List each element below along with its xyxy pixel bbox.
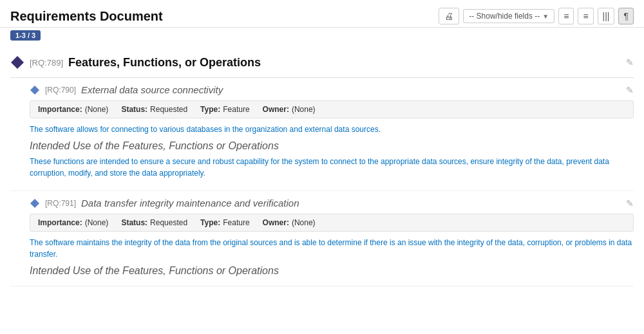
status-label: Status:: [121, 105, 147, 114]
svg-marker-0: [11, 56, 24, 69]
importance-value-2: (None): [85, 218, 109, 227]
top-req-edit-icon[interactable]: ✎: [626, 57, 634, 68]
top-requirement: [RQ:789] Features, Functions, or Operati…: [10, 45, 634, 78]
type-field-2: Type: Feature: [200, 218, 249, 227]
bullet-view-button[interactable]: ≡: [578, 8, 593, 24]
type-value: Feature: [223, 105, 249, 114]
sub-req-1-header: [RQ:790] External data source connectivi…: [30, 84, 634, 95]
header: Requirements Document 🖨 -- Show/hide fie…: [0, 0, 644, 28]
owner-field-2: Owner: (None): [263, 218, 316, 227]
pagination-badge: 1-3 / 3: [10, 30, 41, 41]
sub-req-1-description: The software allows for connecting to va…: [30, 124, 634, 135]
sub-req-2-id: [RQ:791]: [45, 199, 76, 208]
sub-req-1-name: External data source connectivity: [81, 84, 223, 95]
sub-req-1-fields-bar: Importance: (None) Status: Requested Typ…: [30, 100, 634, 118]
type-field: Type: Feature: [200, 105, 249, 114]
header-controls: 🖨 -- Show/hide fields -- ▼ ≡ ≡ ||| ¶: [439, 8, 634, 24]
chevron-down-icon: ▼: [542, 13, 549, 20]
column-view-button[interactable]: |||: [598, 8, 615, 24]
sub-req-1-section-heading: Intended Use of the Features, Functions …: [30, 140, 634, 152]
sub-requirement-1: [RQ:790] External data source connectivi…: [10, 78, 634, 191]
print-button[interactable]: 🖨: [439, 8, 459, 24]
importance-field: Importance: (None): [38, 105, 108, 114]
type-label-2: Type:: [200, 218, 220, 227]
paragraph-view-button[interactable]: ¶: [618, 8, 634, 24]
diamond-icon-small-2: [30, 198, 40, 209]
sub-req-2-section-heading: Intended Use of the Features, Functions …: [30, 265, 634, 277]
sub-req-2-edit-icon[interactable]: ✎: [626, 198, 634, 209]
type-label: Type:: [200, 105, 220, 114]
print-icon: 🖨: [444, 11, 453, 21]
show-hide-dropdown[interactable]: -- Show/hide fields -- ▼: [463, 9, 554, 23]
diamond-icon: [10, 55, 24, 70]
owner-label-2: Owner:: [263, 218, 289, 227]
pagination: 1-3 / 3: [0, 28, 644, 45]
paragraph-view-icon: ¶: [623, 11, 629, 21]
top-requirement-header: [RQ:789] Features, Functions, or Operati…: [10, 53, 634, 72]
sub-requirement-2: [RQ:791] Data transfer integrity mainten…: [10, 191, 634, 286]
sub-req-1-section-text: These functions are intended to ensure a…: [30, 156, 634, 179]
sub-req-2-fields-bar: Importance: (None) Status: Requested Typ…: [30, 214, 634, 232]
sub-req-1-id: [RQ:790]: [45, 86, 76, 95]
page-title: Requirements Document: [10, 9, 163, 24]
top-req-id: [RQ:789]: [30, 58, 63, 68]
owner-value: (None): [292, 105, 316, 114]
sub-req-2-description: The software maintains the integrity of …: [30, 237, 634, 260]
bullet-view-icon: ≡: [583, 11, 588, 21]
sub-req-2-name: Data transfer integrity maintenance and …: [81, 198, 299, 209]
main-content: [RQ:789] Features, Functions, or Operati…: [0, 45, 644, 286]
diamond-icon-small: [30, 85, 40, 95]
svg-marker-1: [30, 86, 39, 95]
list-view-button[interactable]: ≡: [558, 8, 574, 24]
show-hide-label: -- Show/hide fields --: [469, 12, 540, 21]
importance-field-2: Importance: (None): [38, 218, 108, 227]
top-req-name: Features, Functions, or Operations: [68, 56, 261, 70]
owner-label: Owner:: [263, 105, 289, 114]
status-field: Status: Requested: [121, 105, 187, 114]
importance-label: Importance:: [38, 105, 82, 114]
status-field-2: Status: Requested: [121, 218, 187, 227]
sub-req-2-header: [RQ:791] Data transfer integrity mainten…: [30, 198, 634, 209]
type-value-2: Feature: [223, 218, 249, 227]
status-value: Requested: [150, 105, 187, 114]
top-requirement-title: [RQ:789] Features, Functions, or Operati…: [10, 55, 261, 70]
importance-label-2: Importance:: [38, 218, 82, 227]
importance-value: (None): [85, 105, 109, 114]
sub-req-1-edit-icon[interactable]: ✎: [626, 85, 634, 95]
owner-field: Owner: (None): [263, 105, 316, 114]
status-label-2: Status:: [121, 218, 147, 227]
column-view-icon: |||: [603, 11, 610, 21]
list-view-icon: ≡: [564, 11, 569, 21]
status-value-2: Requested: [150, 218, 187, 227]
sub-req-2-title: [RQ:791] Data transfer integrity mainten…: [30, 198, 299, 209]
owner-value-2: (None): [292, 218, 316, 227]
svg-marker-2: [30, 199, 39, 208]
sub-req-1-title: [RQ:790] External data source connectivi…: [30, 84, 223, 95]
